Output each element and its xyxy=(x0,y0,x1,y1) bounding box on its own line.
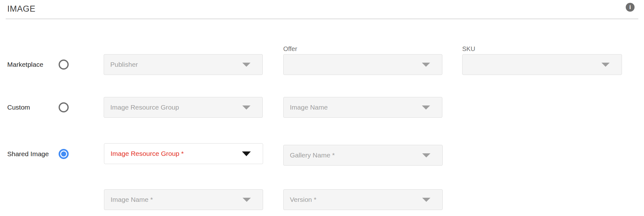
dropdown-arrow-icon xyxy=(242,105,250,110)
dropdown-arrow-icon xyxy=(422,63,430,67)
gallery-name-placeholder: Gallery Name * xyxy=(290,151,335,159)
dropdown-arrow-icon xyxy=(422,153,430,157)
shared-image-name-dropdown[interactable]: Image Name * xyxy=(104,189,263,210)
publisher-placeholder: Publisher xyxy=(110,61,138,68)
radio-marketplace[interactable] xyxy=(59,60,69,70)
custom-image-name-placeholder: Image Name xyxy=(290,104,328,111)
dropdown-arrow-icon xyxy=(422,105,430,110)
publisher-dropdown[interactable]: Publisher xyxy=(104,54,263,75)
radio-shared-image[interactable] xyxy=(59,149,69,159)
sku-dropdown[interactable] xyxy=(462,54,622,75)
sku-label: SKU xyxy=(462,45,475,52)
version-dropdown[interactable]: Version * xyxy=(283,189,443,210)
row-label-shared-image: Shared Image xyxy=(7,150,49,158)
shared-image-resource-group-placeholder: Image Resource Group * xyxy=(111,150,184,157)
dropdown-arrow-icon xyxy=(242,151,251,156)
radio-custom[interactable] xyxy=(59,102,69,112)
dropdown-arrow-icon xyxy=(601,63,610,67)
offer-dropdown[interactable] xyxy=(283,54,442,75)
shared-image-resource-group-dropdown[interactable]: Image Resource Group * xyxy=(104,143,263,164)
custom-image-name-dropdown[interactable]: Image Name xyxy=(283,97,442,118)
row-label-custom: Custom xyxy=(7,104,30,111)
dropdown-arrow-icon xyxy=(422,198,430,202)
row-label-marketplace: Marketplace xyxy=(7,61,43,68)
version-placeholder: Version * xyxy=(290,196,316,203)
page-title: IMAGE xyxy=(7,4,36,14)
header-divider xyxy=(6,19,638,19)
image-section: IMAGE i Marketplace Publisher Offer SKU … xyxy=(0,0,644,216)
shared-image-name-placeholder: Image Name * xyxy=(111,196,153,203)
custom-image-resource-group-placeholder: Image Resource Group xyxy=(110,104,179,111)
info-icon[interactable]: i xyxy=(626,3,635,12)
gallery-name-dropdown[interactable]: Gallery Name * xyxy=(283,145,443,166)
dropdown-arrow-icon xyxy=(243,198,251,202)
custom-image-resource-group-dropdown[interactable]: Image Resource Group xyxy=(104,97,263,118)
dropdown-arrow-icon xyxy=(242,63,250,67)
offer-label: Offer xyxy=(283,45,297,52)
